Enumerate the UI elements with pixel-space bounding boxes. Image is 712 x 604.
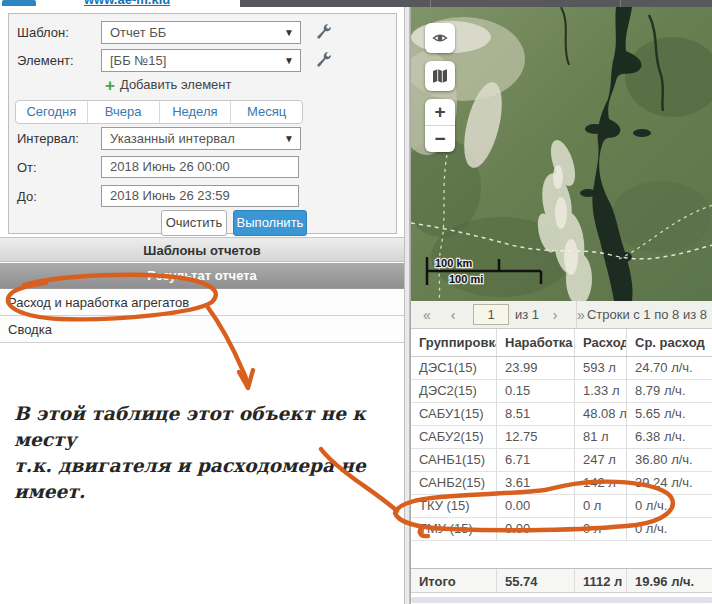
zoom-out-button[interactable]: − bbox=[425, 126, 455, 152]
table-row[interactable]: САБУ2(15) 12.75 81 л 6.38 л/ч. bbox=[411, 426, 712, 449]
annotation-note-line2: т.к. двигателя и расходомера не имеет. bbox=[14, 453, 406, 505]
total-fuel: 1112 л bbox=[575, 569, 627, 592]
cell-group: ТКУ (15) bbox=[411, 495, 497, 517]
table-total-row: Итого 55.74 1112 л 19.96 л/ч. bbox=[411, 568, 712, 593]
chevron-down-icon: ▼ bbox=[284, 128, 294, 149]
map-zoom-control: + − bbox=[425, 99, 455, 152]
tab-separator bbox=[430, 0, 431, 7]
report-settings-panel: Шаблон: Отчет ББ ▼ Элемент: [ББ №15] ▼ +… bbox=[0, 7, 404, 604]
add-element-link[interactable]: +Добавить элемент bbox=[105, 76, 231, 94]
rows-info-label: Строки с 1 по 8 из 8 bbox=[576, 301, 707, 329]
element-settings-wrench-icon[interactable] bbox=[315, 50, 333, 68]
cell-hours: 12.75 bbox=[497, 426, 575, 448]
map-scale-bar: 100 km 100 mi bbox=[423, 253, 553, 289]
cell-avg: 24.70 л/ч. bbox=[627, 357, 712, 379]
template-value: Отчет ББ bbox=[110, 25, 166, 40]
cell-fuel: 0 л bbox=[575, 518, 627, 540]
cell-hours: 0.00 bbox=[497, 518, 575, 540]
cell-avg: 0 л/ч. bbox=[627, 495, 712, 517]
range-today-button[interactable]: Сегодня bbox=[16, 101, 88, 123]
browser-tab-stub[interactable] bbox=[2, 0, 36, 6]
first-page-button[interactable]: « bbox=[417, 301, 437, 329]
table-row[interactable]: ТКУ (15) 0.00 0 л 0 л/ч. bbox=[411, 495, 712, 518]
element-select[interactable]: [ББ №15] ▼ bbox=[101, 49, 301, 72]
cell-hours: 0.00 bbox=[497, 495, 575, 517]
interval-select[interactable]: Указанный интервал ▼ bbox=[101, 127, 301, 150]
cell-fuel: 48.08 л bbox=[575, 403, 627, 425]
cell-fuel: 1.33 л bbox=[575, 380, 627, 402]
to-date-input[interactable]: 2018 Июнь 26 23:59 bbox=[101, 185, 299, 207]
column-header-fuel[interactable]: Расход bbox=[575, 329, 627, 356]
cell-group: САНБ2(15) bbox=[411, 472, 497, 494]
cell-avg: 39.24 л/ч. bbox=[627, 472, 712, 494]
template-select[interactable]: Отчет ББ ▼ bbox=[101, 21, 301, 44]
clear-button[interactable]: Очистить bbox=[161, 210, 227, 236]
column-header-hours[interactable]: Наработка bbox=[497, 329, 575, 356]
scale-km-label: 100 km bbox=[435, 257, 473, 269]
column-header-avg[interactable]: Ср. расход bbox=[627, 329, 712, 356]
cell-hours: 23.99 bbox=[497, 357, 575, 379]
templates-section-header[interactable]: Шаблоны отчетов bbox=[0, 237, 404, 262]
horizontal-scrollbar[interactable] bbox=[411, 597, 712, 603]
report-form: Шаблон: Отчет ББ ▼ Элемент: [ББ №15] ▼ +… bbox=[8, 13, 397, 234]
range-yesterday-button[interactable]: Вчера bbox=[88, 101, 160, 123]
total-avg: 19.96 л/ч. bbox=[627, 569, 712, 592]
element-value: [ББ №15] bbox=[110, 53, 166, 68]
cell-group: САНБ1(15) bbox=[411, 449, 497, 471]
table-row[interactable]: САНБ1(15) 6.71 247 л 36.80 л/ч. bbox=[411, 449, 712, 472]
cell-avg: 36.80 л/ч. bbox=[627, 449, 712, 471]
cell-group: ТМУ (15) bbox=[411, 518, 497, 540]
table-row[interactable]: ДЭС2(15) 0.15 1.33 л 8.79 л/ч. bbox=[411, 380, 712, 403]
template-settings-wrench-icon[interactable] bbox=[315, 22, 333, 40]
map-layers-button[interactable] bbox=[425, 61, 455, 91]
map-and-report-panel: + − 100 km 100 mi « ‹ 1 из 1 › bbox=[410, 7, 712, 604]
cell-group: ДЭС1(15) bbox=[411, 357, 497, 379]
interval-value: Указанный интервал bbox=[110, 131, 235, 146]
map-icon bbox=[432, 68, 448, 84]
range-month-button[interactable]: Месяц bbox=[231, 101, 302, 123]
prev-page-button[interactable]: ‹ bbox=[443, 301, 463, 329]
browser-tab-title[interactable]: www.ae-m.kiu bbox=[84, 0, 240, 7]
cell-group: ДЭС2(15) bbox=[411, 380, 497, 402]
cell-avg: 8.79 л/ч. bbox=[627, 380, 712, 402]
element-label: Элемент: bbox=[17, 53, 74, 68]
scale-mi-label: 100 mi bbox=[449, 273, 483, 285]
range-week-button[interactable]: Неделя bbox=[160, 101, 232, 123]
column-header-group[interactable]: Группировка bbox=[411, 329, 497, 356]
total-label: Итого bbox=[411, 569, 497, 592]
table-row[interactable]: ДЭС1(15) 23.99 593 л 24.70 л/ч. bbox=[411, 357, 712, 380]
cell-hours: 3.61 bbox=[497, 472, 575, 494]
cell-fuel: 593 л bbox=[575, 357, 627, 379]
cell-group: САБУ2(15) bbox=[411, 426, 497, 448]
annotation-note-line1: В этой таблице этот объект не к месту bbox=[14, 401, 406, 453]
table-row[interactable]: САБУ1(15) 8.51 48.08 л 5.65 л/ч. bbox=[411, 403, 712, 426]
zoom-in-button[interactable]: + bbox=[425, 99, 455, 125]
annotation-note: В этой таблице этот объект не к месту т.… bbox=[14, 401, 406, 505]
result-item-consumption[interactable]: Расход и наработка агрегатов bbox=[0, 289, 404, 316]
browser-tab-strip: www.ae-m.kiu bbox=[0, 0, 712, 7]
satellite-map[interactable]: + − 100 km 100 mi bbox=[411, 7, 712, 301]
table-row[interactable]: САНБ2(15) 3.61 142 л 39.24 л/ч. bbox=[411, 472, 712, 495]
cell-hours: 6.71 bbox=[497, 449, 575, 471]
map-visibility-button[interactable] bbox=[425, 23, 455, 53]
from-date-input[interactable]: 2018 Июнь 26 00:00 bbox=[101, 156, 299, 178]
cell-avg: 6.38 л/ч. bbox=[627, 426, 712, 448]
cell-hours: 8.51 bbox=[497, 403, 575, 425]
eye-icon bbox=[432, 30, 448, 46]
next-page-button[interactable]: › bbox=[545, 301, 565, 329]
page-number-input[interactable]: 1 bbox=[473, 304, 509, 325]
cell-fuel: 0 л bbox=[575, 495, 627, 517]
interval-label: Интервал: bbox=[17, 131, 79, 146]
tab-separator bbox=[620, 0, 621, 7]
cell-fuel: 81 л bbox=[575, 426, 627, 448]
run-button[interactable]: Выполнить bbox=[233, 210, 307, 236]
plus-icon: + bbox=[105, 76, 115, 95]
result-section-header[interactable]: Результат отчета bbox=[0, 263, 404, 289]
browser-tab-bar bbox=[240, 0, 712, 7]
page-count-label: из 1 bbox=[515, 301, 539, 329]
chevron-down-icon: ▼ bbox=[284, 50, 294, 71]
result-item-summary[interactable]: Сводка bbox=[0, 316, 404, 343]
table-row-tmu[interactable]: ТМУ (15) 0.00 0 л 0 л/ч. bbox=[411, 518, 712, 541]
cell-fuel: 247 л bbox=[575, 449, 627, 471]
total-hours: 55.74 bbox=[497, 569, 575, 592]
